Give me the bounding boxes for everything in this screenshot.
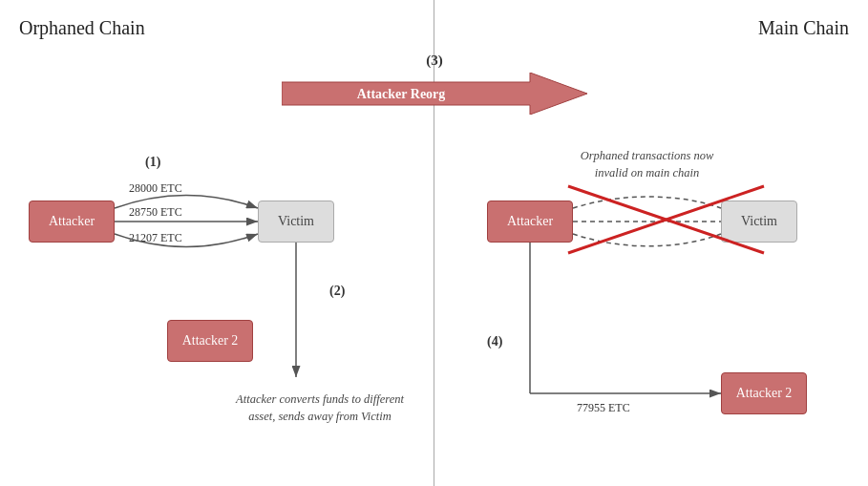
left-victim-node: Victim xyxy=(258,201,334,243)
reorg-arrow-svg: Attacker Reorg xyxy=(282,73,587,115)
amount1-label: 28000 ETC xyxy=(129,181,182,196)
orphaned-chain-label: Orphaned Chain xyxy=(19,17,145,39)
main-chain-label: Main Chain xyxy=(758,17,849,39)
reorg-step-label: (3) xyxy=(426,53,443,69)
diagram-container: Orphaned Chain Main Chain (3) Attacker R… xyxy=(0,0,868,486)
right-attacker2-node: Attacker 2 xyxy=(721,372,807,414)
amount-right-label: 77955 ETC xyxy=(577,401,630,415)
left-attacker-node: Attacker xyxy=(29,201,115,243)
amount2-label: 28750 ETC xyxy=(129,205,182,220)
step1-label: (1) xyxy=(145,155,160,170)
left-attacker2-node: Attacker 2 xyxy=(167,320,253,362)
right-victim-node: Victim xyxy=(721,201,797,243)
victim-annotation: Attacker converts funds to different ass… xyxy=(234,391,406,425)
amount3-label: 21207 ETC xyxy=(129,231,182,245)
orphaned-annotation: Orphaned transactions now invalid on mai… xyxy=(563,148,730,181)
svg-text:Attacker Reorg: Attacker Reorg xyxy=(357,87,446,101)
right-attacker-node: Attacker xyxy=(487,201,573,243)
step4-label: (4) xyxy=(487,334,502,349)
reorg-arrow-container: (3) Attacker Reorg xyxy=(267,53,602,115)
step2-label: (2) xyxy=(329,284,345,299)
